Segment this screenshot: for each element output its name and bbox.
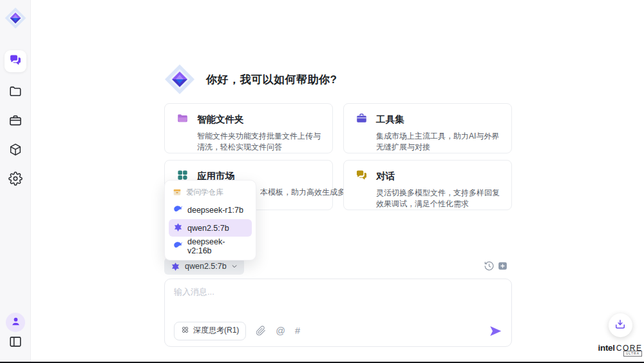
model-option-qwen[interactable]: qwen2.5:7b [169,219,252,237]
history-icon [484,262,495,273]
folder-icon [8,84,23,99]
gear-icon [8,172,23,186]
qwen-icon [173,222,183,234]
sidebar-item-models[interactable] [8,142,23,157]
sidebar [0,0,31,363]
page-title: 你好，我可以如何帮助你? [206,72,337,87]
sidebar-item-folders[interactable] [8,84,23,99]
model-option-label: deepseek-v2:16b [187,237,247,255]
user-icon [10,316,21,329]
deepseek-whale-icon [173,204,183,216]
card-smart-folders[interactable]: 智能文件夹 智能文件夹功能支持批量文件上传与清洗，轻松实现文件问答 [164,103,333,153]
deep-think-toggle[interactable]: 深度思考(R1) [174,322,246,340]
send-icon [489,324,502,338]
app-logo-diamond-icon [5,7,26,29]
history-button[interactable] [484,260,495,271]
composer-toolbar: 深度思考(R1) @ # [174,322,502,340]
cube-icon [8,142,23,157]
briefcase-icon [8,113,23,128]
card-description-visible-fragment: 本模板，助力高效生成多 [260,187,345,198]
card-title: 对话 [376,170,395,182]
deep-think-label: 深度思考(R1) [193,325,239,336]
card-toolset[interactable]: 工具集 集成市场上主流工具，助力AI与外界无缝扩展与对接 [343,103,512,153]
message-input[interactable] [174,286,502,319]
sidebar-item-chat[interactable] [5,50,26,72]
deepseek-whale-icon [173,240,183,252]
intel-core-logo: intelcore ultra [597,342,643,353]
card-dialog[interactable]: 对话 灵活切换多模型文件，支持多样回复效果调试，满足个性化需求 [343,160,512,210]
card-description: 集成市场上主流工具，助力AI与外界无缝扩展与对接 [376,131,501,153]
model-group-header: 爱问学仓库 [165,184,256,201]
model-dropdown: 爱问学仓库 deepseek-r1:7b qwen2.5:7b deepseek… [164,180,256,260]
intel-wordmark: intel [598,343,615,353]
card-description: 智能文件夹功能支持批量文件上传与清洗，轻松实现文件问答 [197,131,322,153]
send-button[interactable] [489,324,502,338]
card-title: 工具集 [376,113,404,126]
chevron-down-icon [231,263,238,270]
new-chat-icon [497,262,508,273]
card-title: 智能文件夹 [197,113,244,126]
archive-box-icon [173,188,182,198]
new-chat-button[interactable] [497,260,508,271]
qwen-icon [171,262,180,271]
model-option-deepseek-r1[interactable]: deepseek-r1:7b [169,201,252,219]
mention-icon[interactable]: @ [276,326,285,336]
sidebar-collapse-button[interactable] [8,335,23,349]
folder-purple-icon [176,112,189,127]
chat-yellow-icon [355,169,368,184]
sidebar-item-account[interactable] [6,313,25,332]
model-option-label: qwen2.5:7b [187,224,229,233]
chat-icon [9,54,22,69]
model-option-deepseek-v2[interactable]: deepseek-v2:16b [169,237,252,255]
app-logo-diamond-icon [164,64,195,95]
app-window: 你好，我可以如何帮助你? 智能文件夹 智能文件夹功能支持批量文件上传与清洗，轻松… [0,0,644,363]
selected-model-label: qwen2.5:7b [185,262,227,271]
briefcase-indigo-icon [355,112,368,127]
hashtag-icon[interactable]: # [295,326,300,336]
model-group-label: 爱问学仓库 [186,188,223,197]
ultra-badge: ultra [623,351,642,357]
message-composer: 深度思考(R1) @ # [164,279,512,347]
sidebar-item-toolset[interactable] [8,113,23,128]
download-button[interactable] [609,313,632,337]
paperclip-icon[interactable] [256,326,266,336]
model-option-label: deepseek-r1:7b [187,206,243,215]
atom-icon [181,325,189,337]
corner-widgets: intelcore ultra [597,313,643,353]
panel-icon [8,335,23,349]
download-icon [614,318,627,333]
card-description: 灵活切换多模型文件，支持多样回复效果调试，满足个性化需求 [376,188,501,210]
sidebar-item-settings[interactable] [8,172,23,186]
greeting: 你好，我可以如何帮助你? [164,63,337,96]
